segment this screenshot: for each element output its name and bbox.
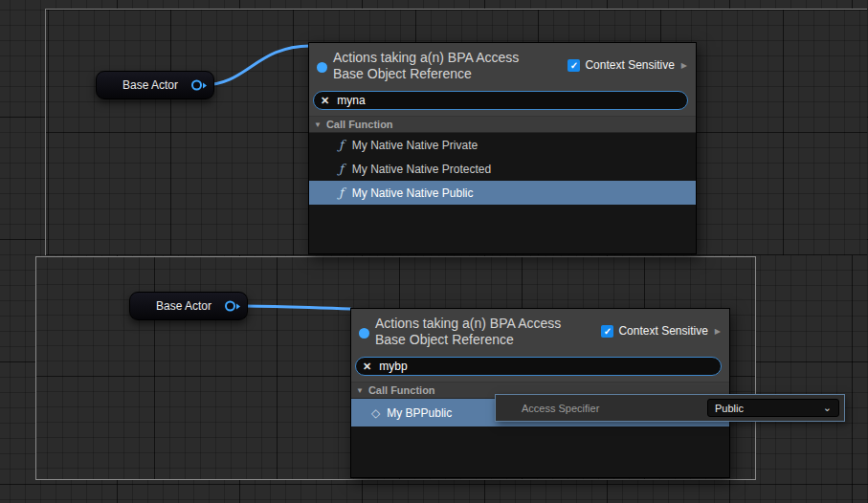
search-value: mybp	[379, 360, 407, 373]
menu-header: Actions taking a(n) BPA Access Base Obje…	[351, 309, 729, 355]
dropdown-value: Public	[715, 403, 744, 414]
context-action-menu-top: Actions taking a(n) BPA Access Base Obje…	[308, 42, 697, 254]
base-actor-node-bottom[interactable]: Base Actor	[129, 292, 248, 320]
expand-arrow-icon[interactable]: ▶	[715, 327, 721, 336]
function-icon: ƒ	[339, 162, 344, 176]
menu-header: Actions taking a(n) BPA Access Base Obje…	[309, 43, 696, 89]
node-label: Base Actor	[156, 299, 211, 313]
context-sensitive-checkbox[interactable]: ✓	[601, 325, 613, 338]
output-pin-icon[interactable]	[191, 80, 207, 91]
list-item[interactable]: ƒ My Native Native Private	[309, 133, 696, 157]
blueprint-function-diamond-icon: ◇	[371, 406, 380, 420]
object-pin-icon	[359, 328, 369, 339]
category-label: Call Function	[326, 119, 393, 130]
node-label: Base Actor	[122, 78, 178, 92]
context-action-menu-bottom: Actions taking a(n) BPA Access Base Obje…	[350, 308, 730, 478]
clear-search-icon[interactable]: ✕	[321, 96, 329, 106]
context-sensitive-toggle[interactable]: ✓ Context Sensitive ▶	[601, 324, 721, 338]
collapse-arrow-icon: ▼	[314, 120, 322, 129]
context-sensitive-toggle[interactable]: ✓ Context Sensitive ▶	[568, 58, 687, 72]
blueprint-editor: Base Actor Base Actor Actions taking a(n…	[0, 0, 868, 503]
item-label: My Native Native Private	[352, 139, 478, 152]
function-icon: ƒ	[339, 138, 344, 152]
list-item[interactable]: ƒ My Native Native Protected	[309, 157, 696, 181]
access-specifier-dropdown[interactable]: Public ⌄	[707, 399, 839, 417]
category-call-function[interactable]: ▼ Call Function	[309, 116, 696, 133]
output-pin-icon[interactable]	[225, 301, 240, 312]
item-label: My Native Native Public	[352, 186, 474, 200]
action-list: ƒ My Native Native Private ƒ My Native N…	[309, 133, 696, 253]
pin-circle-icon	[191, 80, 202, 91]
search-input[interactable]: ✕ myna	[313, 91, 688, 110]
context-sensitive-label: Context Sensitive	[618, 324, 707, 338]
item-label: My BPPublic	[387, 406, 452, 420]
object-pin-icon	[317, 62, 327, 73]
chevron-down-icon: ⌄	[823, 404, 832, 412]
pin-arrow-icon	[203, 82, 207, 88]
context-sensitive-label: Context Sensitive	[585, 58, 674, 72]
search-value: myna	[337, 94, 365, 107]
pin-circle-icon	[225, 301, 235, 312]
search-row: ✕ mybp	[351, 355, 729, 382]
context-sensitive-checkbox[interactable]: ✓	[568, 59, 580, 72]
item-label: My Native Native Protected	[352, 163, 491, 176]
function-icon: ƒ	[339, 186, 344, 200]
clear-search-icon[interactable]: ✕	[363, 361, 371, 372]
access-specifier-label: Access Specifier	[522, 403, 707, 414]
search-input[interactable]: ✕ mybp	[355, 357, 722, 376]
access-specifier-panel: Access Specifier Public ⌄	[495, 394, 845, 422]
search-row: ✕ myna	[309, 89, 696, 116]
category-label: Call Function	[368, 384, 435, 396]
base-actor-node-top[interactable]: Base Actor	[96, 71, 214, 99]
collapse-arrow-icon: ▼	[356, 386, 364, 395]
pin-arrow-icon	[236, 303, 240, 309]
list-item-selected[interactable]: ƒ My Native Native Public	[309, 181, 696, 205]
expand-arrow-icon[interactable]: ▶	[681, 61, 687, 70]
